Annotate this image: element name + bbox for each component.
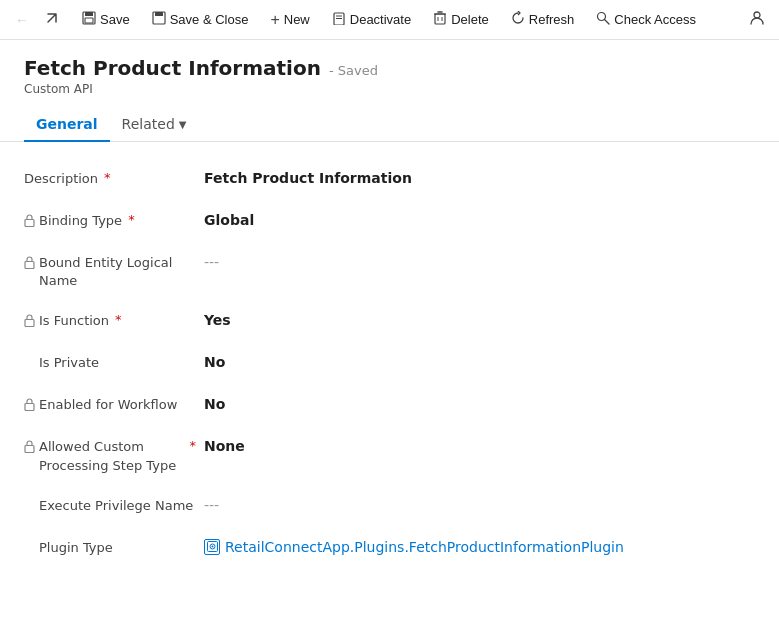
save-close-label: Save & Close	[170, 12, 249, 27]
refresh-icon	[511, 11, 525, 28]
description-required: *	[104, 170, 111, 185]
is-function-required: *	[115, 312, 122, 327]
execute-privilege-label: Execute Privilege Name	[39, 497, 193, 515]
is-private-value: No	[204, 354, 225, 370]
svg-rect-19	[25, 404, 34, 411]
tab-related[interactable]: Related ▼	[110, 108, 199, 142]
page-subtitle: Custom API	[24, 82, 755, 96]
new-button[interactable]: + New	[260, 4, 319, 36]
user-button[interactable]	[743, 6, 771, 34]
refresh-button[interactable]: Refresh	[501, 4, 585, 36]
save-label: Save	[100, 12, 130, 27]
page-header: Fetch Product Information - Saved Custom…	[0, 40, 779, 96]
bound-entity-label: Bound Entity Logical Name	[39, 254, 196, 290]
field-description: Description * Fetch Product Information	[24, 158, 755, 200]
is-function-value: Yes	[204, 312, 231, 328]
plugin-type-value[interactable]: RetailConnectApp.Plugins.FetchProductInf…	[204, 539, 755, 555]
binding-type-value: Global	[204, 212, 254, 228]
svg-rect-16	[25, 220, 34, 227]
allowed-custom-required: *	[190, 438, 197, 453]
svg-rect-20	[25, 446, 34, 453]
bound-entity-lock-icon	[24, 256, 35, 272]
svg-line-14	[605, 20, 610, 25]
allowed-custom-value: None	[204, 438, 245, 454]
saved-badge: - Saved	[329, 63, 378, 78]
enabled-workflow-lock-icon	[24, 398, 35, 414]
svg-rect-4	[155, 12, 163, 16]
check-access-icon	[596, 11, 610, 28]
svg-point-15	[754, 12, 760, 18]
page-title: Fetch Product Information	[24, 56, 321, 80]
nav-buttons: ←	[8, 6, 66, 34]
enabled-workflow-label: Enabled for Workflow	[39, 396, 177, 414]
title-row: Fetch Product Information - Saved	[24, 56, 755, 80]
bound-entity-value: ---	[204, 254, 219, 270]
binding-type-required: *	[128, 212, 135, 227]
field-allowed-custom: Allowed Custom Processing Step Type * No…	[24, 426, 755, 484]
deactivate-label: Deactivate	[350, 12, 411, 27]
field-execute-privilege: Execute Privilege Name ---	[24, 485, 755, 527]
svg-rect-17	[25, 262, 34, 269]
save-icon	[82, 11, 96, 28]
allowed-custom-lock-icon	[24, 440, 35, 456]
delete-icon	[433, 11, 447, 28]
save-close-icon	[152, 11, 166, 28]
binding-type-lock-icon	[24, 214, 35, 230]
save-close-button[interactable]: Save & Close	[142, 4, 259, 36]
check-access-button[interactable]: Check Access	[586, 4, 706, 36]
new-icon: +	[270, 11, 279, 29]
delete-button[interactable]: Delete	[423, 4, 499, 36]
description-value: Fetch Product Information	[204, 170, 412, 186]
svg-rect-1	[85, 12, 93, 16]
enabled-workflow-value: No	[204, 396, 225, 412]
description-label: Description	[24, 170, 98, 188]
forward-button[interactable]	[38, 6, 66, 34]
field-is-private: Is Private No	[24, 342, 755, 384]
field-bound-entity: Bound Entity Logical Name ---	[24, 242, 755, 300]
tab-general[interactable]: General	[24, 108, 110, 142]
tabs: General Related ▼	[0, 108, 779, 142]
refresh-label: Refresh	[529, 12, 575, 27]
svg-rect-8	[435, 14, 445, 24]
chevron-down-icon: ▼	[179, 119, 187, 130]
back-button[interactable]: ←	[8, 6, 36, 34]
is-function-label: Is Function	[39, 312, 109, 330]
field-plugin-type: Plugin Type RetailConnectApp.Plugins.Fet…	[24, 527, 755, 569]
svg-rect-2	[85, 18, 93, 23]
field-is-function: Is Function * Yes	[24, 300, 755, 342]
svg-rect-18	[25, 320, 34, 327]
check-access-label: Check Access	[614, 12, 696, 27]
save-button[interactable]: Save	[72, 4, 140, 36]
is-function-lock-icon	[24, 314, 35, 330]
user-icon	[749, 10, 765, 29]
toolbar: ← Save Save & Close	[0, 0, 779, 40]
binding-type-label: Binding Type	[39, 212, 122, 230]
field-binding-type: Binding Type * Global	[24, 200, 755, 242]
back-arrow-icon: ←	[15, 12, 29, 28]
delete-label: Delete	[451, 12, 489, 27]
plugin-type-label: Plugin Type	[39, 539, 113, 557]
is-private-label: Is Private	[39, 354, 99, 372]
new-label: New	[284, 12, 310, 27]
svg-point-23	[211, 546, 213, 548]
form-body: Description * Fetch Product Information …	[0, 142, 779, 585]
plugin-type-icon	[204, 539, 220, 555]
forward-arrow-icon	[45, 11, 59, 28]
execute-privilege-value: ---	[204, 497, 219, 513]
deactivate-icon	[332, 11, 346, 28]
allowed-custom-label: Allowed Custom Processing Step Type	[39, 438, 184, 474]
field-enabled-workflow: Enabled for Workflow No	[24, 384, 755, 426]
deactivate-button[interactable]: Deactivate	[322, 4, 421, 36]
